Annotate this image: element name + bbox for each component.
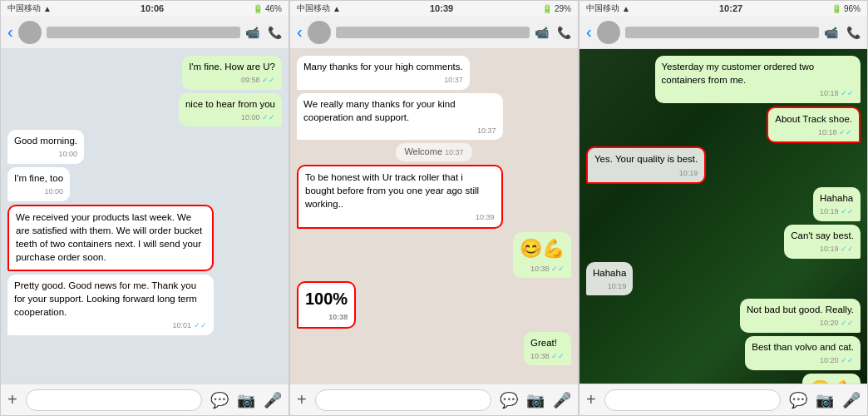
microphone-icon[interactable]: 🎤 bbox=[842, 391, 861, 409]
attach-button[interactable]: + bbox=[586, 390, 596, 409]
attach-button[interactable]: + bbox=[7, 390, 17, 409]
message-time: 10:38 ✓✓ bbox=[530, 351, 565, 362]
wifi-icon: ▲ bbox=[333, 4, 341, 13]
contact-avatar bbox=[308, 21, 331, 44]
battery-icon: 🔋 29% bbox=[542, 4, 571, 13]
received-message: We really many thanks for your kind coop… bbox=[297, 93, 503, 141]
microphone-icon[interactable]: 🎤 bbox=[553, 391, 571, 409]
chat-header: ‹ 📹 📞 bbox=[579, 16, 867, 49]
message-input[interactable] bbox=[604, 389, 781, 411]
message-ticks: ✓✓ bbox=[262, 113, 275, 121]
voice-call-icon[interactable]: 📞 bbox=[846, 26, 861, 39]
message-time: 10:38 ✓✓ bbox=[520, 264, 565, 275]
message-time: 10:00 bbox=[14, 186, 63, 197]
message-text: 100% bbox=[305, 290, 348, 308]
sticker-icon[interactable]: 💬 bbox=[500, 391, 518, 409]
video-call-icon[interactable]: 📹 bbox=[245, 26, 259, 39]
message-text: Yesterday my customer ordered two contai… bbox=[662, 62, 815, 85]
message-text: Can't say best. bbox=[791, 230, 854, 240]
sent-message: Not bad but good. Really. 10:20 ✓✓ bbox=[740, 299, 861, 333]
header-icons: 📹 📞 bbox=[535, 26, 571, 39]
sent-message: Yesterday my customer ordered two contai… bbox=[655, 56, 861, 103]
message-time: 10:00 ✓✓ bbox=[185, 112, 275, 123]
message-time: 10:20 ✓✓ bbox=[752, 355, 854, 366]
message-text: I'm fine. How are U? bbox=[189, 62, 275, 72]
message-ticks: ✓✓ bbox=[839, 128, 852, 136]
received-message: Yes. Your quality is best. 10:19 bbox=[586, 146, 706, 184]
sticker-icon[interactable]: 💬 bbox=[210, 391, 229, 409]
received-message: We received your products last week. We … bbox=[7, 205, 214, 271]
sent-message: Great! 10:38 ✓✓ bbox=[524, 332, 571, 366]
message-text: Welcome bbox=[404, 146, 442, 156]
received-message: Pretty good. Good news for me. Thank you… bbox=[7, 275, 214, 335]
received-message: I'm fine, too 10:00 bbox=[7, 167, 70, 201]
phone-panel-1: 中国移动 ▲ 10:06 🔋 46% ‹ 📹 📞 I'm fine. How a… bbox=[0, 0, 289, 416]
message-time: 10:19 ✓✓ bbox=[791, 244, 854, 255]
message-time: 10:37 bbox=[303, 75, 463, 86]
message-time: 09:58 ✓✓ bbox=[189, 75, 275, 86]
header-icons: 📹 📞 bbox=[824, 26, 861, 39]
message-text: Many thanks for your high comments. bbox=[303, 62, 463, 72]
message-text: Good morning. bbox=[14, 136, 77, 146]
message-text: To be honest with Ur track roller that i… bbox=[305, 172, 479, 209]
chat-messages: Many thanks for your high comments. 10:3… bbox=[290, 49, 578, 384]
message-ticks: ✓✓ bbox=[194, 321, 207, 329]
back-arrow-icon[interactable]: ‹ bbox=[7, 22, 13, 42]
battery-icon: 🔋 96% bbox=[831, 4, 861, 13]
microphone-icon[interactable]: 🎤 bbox=[264, 391, 282, 409]
received-message: To be honest with Ur track roller that i… bbox=[297, 165, 503, 229]
status-bar: 中国移动 ▲ 10:39 🔋 29% bbox=[290, 1, 578, 16]
camera-icon[interactable]: 📷 bbox=[816, 391, 834, 409]
wifi-icon: ▲ bbox=[43, 4, 52, 13]
carrier-label: 中国移动 bbox=[7, 2, 41, 14]
status-left: 中国移动 ▲ bbox=[297, 2, 341, 14]
sticker-icon[interactable]: 💬 bbox=[789, 391, 807, 409]
attach-button[interactable]: + bbox=[297, 390, 307, 409]
status-time: 10:06 bbox=[141, 3, 164, 13]
message-ticks: ✓✓ bbox=[841, 89, 854, 97]
message-input[interactable] bbox=[315, 389, 491, 411]
contact-name bbox=[336, 27, 530, 38]
received-message: 100% 10:38 bbox=[297, 281, 356, 329]
message-text: 😊💪 bbox=[520, 238, 565, 259]
voice-call-icon[interactable]: 📞 bbox=[268, 26, 282, 39]
battery-icon: 🔋 46% bbox=[253, 4, 282, 13]
message-text: Yes. Your quality is best. bbox=[594, 154, 698, 164]
message-text: Hahaha bbox=[820, 193, 853, 203]
chat-header: ‹ 📹 📞 bbox=[290, 16, 578, 49]
message-time: 10:01 ✓✓ bbox=[14, 320, 207, 331]
status-right: 🔋 29% bbox=[542, 4, 571, 13]
bottom-toolbar: + 💬 📷 🎤 bbox=[290, 384, 578, 415]
message-text: About Track shoe. bbox=[775, 114, 852, 124]
message-time: 10:20 ✓✓ bbox=[747, 318, 854, 329]
status-bar: 中国移动 ▲ 10:27 🔋 96% bbox=[579, 1, 867, 16]
message-ticks: ✓✓ bbox=[841, 245, 854, 253]
contact-name bbox=[47, 27, 240, 38]
message-time: 10:37 bbox=[303, 126, 496, 136]
camera-icon[interactable]: 📷 bbox=[526, 391, 545, 409]
message-text: Best than volvo and cat. bbox=[752, 342, 854, 352]
back-arrow-icon[interactable]: ‹ bbox=[297, 22, 303, 42]
message-time: 10:37 bbox=[445, 148, 464, 156]
message-text: 😊💪 bbox=[809, 379, 854, 384]
wifi-icon: ▲ bbox=[622, 4, 630, 13]
video-call-icon[interactable]: 📹 bbox=[535, 26, 549, 39]
back-arrow-icon[interactable]: ‹ bbox=[586, 22, 592, 42]
message-text: Hahaha bbox=[593, 268, 626, 278]
message-ticks: ✓✓ bbox=[841, 319, 854, 327]
sent-message: Hahaha 10:19 ✓✓ bbox=[813, 187, 861, 221]
chat-messages: Yesterday my customer ordered two contai… bbox=[579, 49, 867, 384]
video-call-icon[interactable]: 📹 bbox=[824, 26, 838, 39]
camera-icon[interactable]: 📷 bbox=[237, 391, 255, 409]
message-ticks: ✓✓ bbox=[262, 76, 275, 84]
phone-panel-2: 中国移动 ▲ 10:39 🔋 29% ‹ 📹 📞 Many thanks for… bbox=[289, 0, 579, 416]
voice-call-icon[interactable]: 📞 bbox=[557, 26, 571, 39]
message-text: Not bad but good. Really. bbox=[747, 305, 854, 314]
message-time: 10:38 bbox=[305, 312, 348, 323]
message-text: I'm fine, too bbox=[14, 173, 63, 183]
status-right: 🔋 46% bbox=[253, 4, 282, 13]
message-input[interactable] bbox=[26, 389, 202, 411]
bottom-toolbar: + 💬 📷 🎤 bbox=[579, 384, 867, 415]
message-text: We really many thanks for your kind coop… bbox=[303, 99, 456, 122]
received-message: Hahaha 10:19 bbox=[586, 262, 633, 296]
